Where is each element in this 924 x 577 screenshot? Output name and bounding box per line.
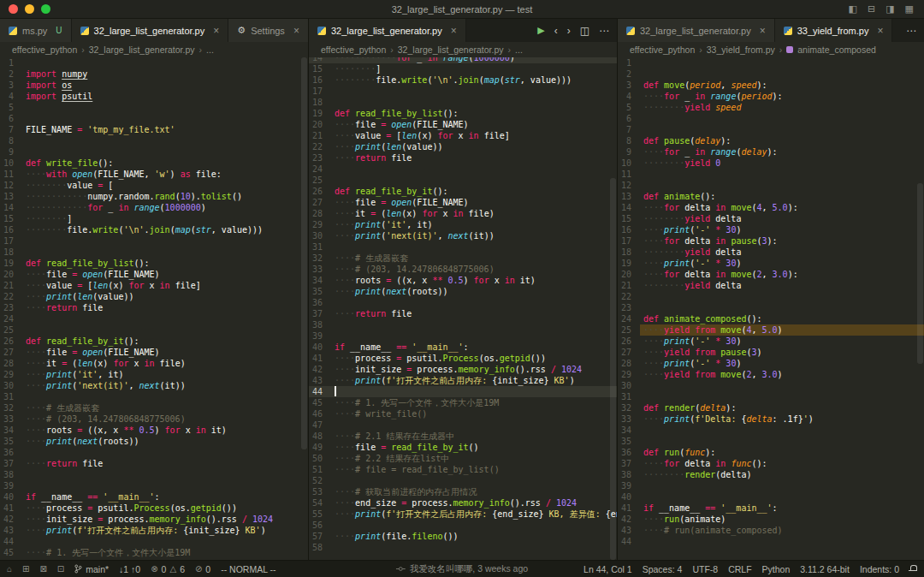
line-number[interactable]: 3 — [618, 80, 640, 91]
line-number[interactable]: 54 — [309, 497, 331, 509]
previous-change-icon[interactable]: ‹ — [554, 25, 558, 37]
line-number[interactable]: 11 — [618, 169, 640, 180]
code-line[interactable]: 47 — [309, 419, 617, 431]
line-number[interactable]: 50 — [309, 453, 331, 464]
code-line[interactable]: 25 — [309, 175, 617, 186]
code-line[interactable]: 24 — [309, 164, 617, 175]
encoding-item[interactable]: UTF-8 — [692, 564, 718, 574]
code-line[interactable]: 43····print(f'打开文件之前占用内存: {init_size} KB… — [0, 525, 308, 536]
line-number[interactable]: 46 — [309, 408, 331, 419]
line-number[interactable]: 2 — [618, 68, 640, 80]
code-line[interactable]: 28····it = (len(x) for x in file) — [0, 358, 308, 369]
line-number[interactable]: 38 — [618, 469, 640, 480]
line-number[interactable]: 33 — [0, 413, 22, 425]
code-line[interactable]: 37····return file — [309, 308, 617, 319]
line-number[interactable]: 44 — [0, 536, 22, 547]
line-number[interactable]: 2 — [0, 68, 22, 80]
line-number[interactable]: 27 — [618, 347, 640, 358]
code-editor[interactable]: 12import numpy3import os4import psutil56… — [0, 57, 308, 560]
line-number[interactable]: 56 — [309, 520, 331, 531]
line-number[interactable]: 7 — [0, 124, 22, 135]
code-line[interactable]: 19····print('-' * 30) — [618, 258, 924, 269]
line-number[interactable]: 15 — [0, 213, 22, 224]
git-blame-item[interactable]: 我爱改名叫哪哪, 3 weeks ago — [396, 563, 528, 575]
line-number[interactable]: 43 — [309, 375, 331, 386]
code-line[interactable]: 7FILE_NAME = 'tmp_my_file.txt' — [0, 124, 308, 135]
code-line[interactable]: 45····# 1. 先写一个文件，文件大小是19M — [309, 397, 617, 408]
close-icon[interactable]: × — [877, 25, 883, 37]
line-number[interactable]: 9 — [618, 146, 640, 158]
status-bar-icon[interactable]: ⌂ — [7, 564, 12, 574]
line-number[interactable]: 43 — [0, 525, 22, 536]
line-number[interactable]: 20 — [618, 269, 640, 280]
line-number[interactable]: 26 — [618, 336, 640, 347]
line-number[interactable]: 31 — [0, 391, 22, 402]
line-number[interactable]: 18 — [309, 97, 331, 108]
code-editor[interactable]: 123def move(period, speed):4····for _ in… — [618, 57, 924, 560]
toggle-sidebar-icon[interactable]: ◧ — [849, 3, 857, 15]
line-number[interactable]: 4 — [618, 91, 640, 102]
breadcrumb-folder[interactable]: effective_python — [321, 45, 386, 55]
line-number[interactable]: 34 — [618, 425, 640, 436]
code-line[interactable]: 21····value = [len(x) for x in file] — [309, 130, 617, 141]
line-number[interactable]: 41 — [309, 353, 331, 364]
line-number[interactable]: 23 — [309, 152, 331, 164]
line-number[interactable]: 28 — [309, 208, 331, 219]
next-change-icon[interactable]: › — [567, 25, 571, 37]
code-line[interactable]: 14············for _ in range(1000000) — [0, 202, 308, 213]
line-number[interactable]: 21 — [0, 280, 22, 291]
line-number[interactable]: 39 — [618, 480, 640, 491]
sync-changes-item[interactable]: ↓1 ↑0 — [119, 564, 140, 574]
code-line[interactable]: 17 — [0, 235, 308, 247]
code-line[interactable]: 17····for delta in pause(3): — [618, 235, 924, 247]
line-number[interactable]: 16 — [309, 74, 331, 86]
breadcrumb-symbol[interactable]: ... — [515, 45, 523, 55]
line-number[interactable]: 35 — [0, 436, 22, 447]
code-line[interactable]: 44 — [309, 386, 617, 397]
line-number[interactable]: 36 — [309, 297, 331, 308]
line-number[interactable]: 39 — [309, 330, 331, 342]
code-line[interactable]: 34 — [618, 425, 924, 436]
line-number[interactable]: 37 — [618, 458, 640, 469]
line-number[interactable]: 14 — [618, 202, 640, 213]
code-line[interactable]: 16········file.write('\n'.join(map(str, … — [0, 224, 308, 235]
code-line[interactable]: 25 — [0, 324, 308, 336]
code-line[interactable]: 33····# (203, 14.247806848775006) — [309, 264, 617, 275]
code-line[interactable]: 24 — [0, 313, 308, 324]
code-line[interactable]: 58 — [309, 542, 617, 553]
line-number[interactable]: 42 — [0, 514, 22, 525]
code-line[interactable]: 14············for _ in range(1000000) — [309, 57, 617, 63]
close-icon[interactable]: × — [213, 25, 219, 37]
code-line[interactable]: 28····it = (len(x) for x in file) — [309, 208, 617, 219]
git-branch-item[interactable]: main* — [74, 564, 109, 574]
line-number[interactable]: 19 — [309, 108, 331, 119]
breadcrumb-folder[interactable]: effective_python — [630, 45, 695, 55]
line-number[interactable]: 8 — [0, 135, 22, 146]
customize-layout-icon[interactable]: ▦ — [905, 3, 914, 15]
code-line[interactable]: 1 — [618, 57, 924, 68]
line-number[interactable]: 13 — [0, 191, 22, 202]
line-number[interactable]: 4 — [0, 91, 22, 102]
code-line[interactable]: 49····file = read_file_by_it() — [309, 442, 617, 453]
line-number[interactable]: 22 — [309, 141, 331, 152]
line-number[interactable]: 10 — [0, 158, 22, 169]
run-python-file-icon[interactable]: ▶ — [537, 25, 544, 36]
line-number[interactable]: 19 — [618, 258, 640, 269]
line-number[interactable]: 1 — [618, 57, 640, 68]
toggle-secondary-sidebar-icon[interactable]: ◨ — [886, 3, 894, 15]
code-line[interactable]: 36 — [0, 447, 308, 458]
tab-settings[interactable]: ⚙ Settings × — [228, 19, 308, 42]
code-line[interactable]: 3import os — [0, 80, 308, 91]
code-line[interactable]: 41····process = psutil.Process(os.getpid… — [309, 353, 617, 364]
split-editor-icon[interactable]: ◫ — [580, 25, 589, 37]
code-line[interactable]: 31 — [618, 391, 924, 402]
line-number[interactable]: 22 — [0, 291, 22, 302]
line-number[interactable]: 44 — [618, 536, 640, 547]
code-line[interactable]: 14····for delta in move(4, 5.0): — [618, 202, 924, 213]
code-line[interactable]: 29····yield from move(2, 3.0) — [618, 369, 924, 380]
line-number[interactable]: 38 — [0, 469, 22, 480]
line-number[interactable]: 21 — [309, 130, 331, 141]
code-line[interactable]: 30····print('next(it)', next(it)) — [0, 380, 308, 391]
line-number[interactable]: 8 — [618, 135, 640, 146]
status-bar-icon[interactable]: ⊠ — [39, 564, 46, 574]
